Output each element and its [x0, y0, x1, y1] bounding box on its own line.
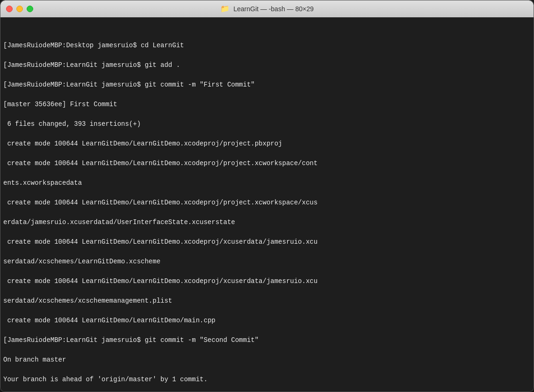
maximize-button[interactable] — [27, 6, 33, 12]
terminal-line: serdatad/xcschemes/LearnGitDemo.xcscheme — [3, 257, 531, 267]
close-button[interactable] — [6, 6, 13, 12]
terminal-line: [JamesRuiodeMBP:LearnGit jamesruio$ git … — [3, 335, 531, 345]
terminal-line: Your branch is ahead of 'origin/master' … — [3, 375, 531, 385]
terminal-line: On branch master — [3, 355, 531, 365]
terminal-line: erdata/jamesruio.xcuserdatad/UserInterfa… — [3, 218, 531, 227]
terminal-window: 📁 LearnGit — -bash — 80×29 [JamesRuiodeM… — [0, 0, 534, 392]
window-title: LearnGit — -bash — 80×29 — [233, 5, 314, 13]
folder-icon: 📁 — [220, 4, 230, 14]
terminal-line: [master 35636ee] First Commit — [3, 100, 531, 109]
terminal-line: create mode 100644 LearnGitDemo/LearnGit… — [3, 139, 531, 149]
title-bar-center: 📁 LearnGit — -bash — 80×29 — [220, 4, 314, 14]
terminal-line: 6 files changed, 393 insertions(+) — [3, 119, 531, 129]
terminal-line: create mode 100644 LearnGitDemo/LearnGit… — [3, 316, 531, 326]
terminal-line: serdatad/xcschemes/xcschememanagement.pl… — [3, 296, 531, 306]
terminal-line: create mode 100644 LearnGitDemo/LearnGit… — [3, 159, 531, 168]
minimize-button[interactable] — [16, 6, 23, 12]
terminal-line: [JamesRuiodeMBP:Desktop jamesruio$ cd Le… — [3, 41, 531, 51]
terminal-line: ents.xcworkspacedata — [3, 178, 531, 188]
terminal-body[interactable]: [JamesRuiodeMBP:Desktop jamesruio$ cd Le… — [0, 17, 534, 392]
terminal-line: create mode 100644 LearnGitDemo/LearnGit… — [3, 276, 531, 286]
terminal-line: [JamesRuiodeMBP:LearnGit jamesruio$ git … — [3, 60, 531, 70]
traffic-lights — [6, 6, 33, 12]
terminal-line: [JamesRuiodeMBP:LearnGit jamesruio$ git … — [3, 80, 531, 90]
terminal-line: create mode 100644 LearnGitDemo/LearnGit… — [3, 198, 531, 208]
terminal-line: create mode 100644 LearnGitDemo/LearnGit… — [3, 237, 531, 247]
title-bar: 📁 LearnGit — -bash — 80×29 — [0, 0, 534, 17]
